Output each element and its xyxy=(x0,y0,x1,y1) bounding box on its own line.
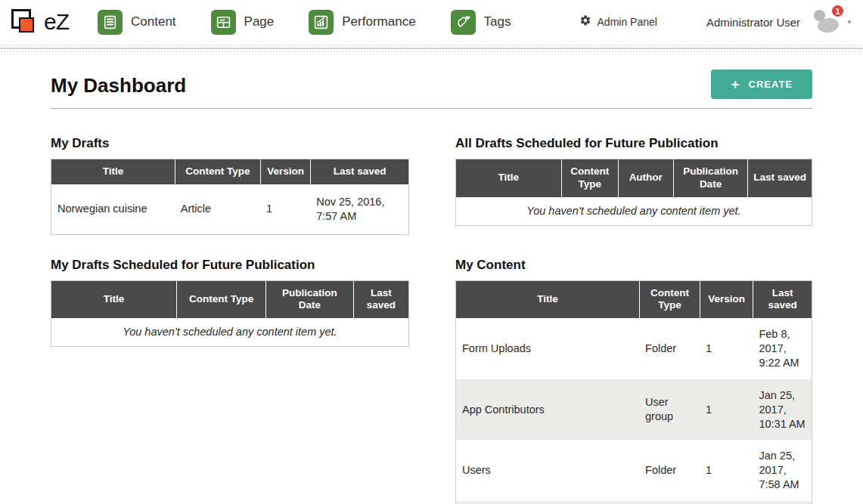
section-title: My Drafts xyxy=(51,136,409,151)
empty-state-row: You haven't scheduled any content item y… xyxy=(51,318,408,346)
table-row[interactable]: Form Uploads Folder 1 Feb 8, 2017, 9:22 … xyxy=(456,318,812,379)
nav-item-label: Content xyxy=(131,14,176,29)
page-header: My Dashboard + CREATE xyxy=(51,70,812,109)
admin-panel-button[interactable]: Admin Panel xyxy=(579,14,657,29)
create-button-label: CREATE xyxy=(749,79,793,90)
nav-item-content[interactable]: Content xyxy=(98,10,176,35)
column-header[interactable]: Content Type xyxy=(175,159,260,184)
cell-title: Form Uploads xyxy=(456,318,639,379)
main-content: My Dashboard + CREATE My Drafts Title Co… xyxy=(0,70,863,504)
ez-logo-text: eZ xyxy=(44,9,69,35)
notification-badge[interactable]: 1 xyxy=(830,4,845,18)
column-header[interactable]: Version xyxy=(700,281,753,319)
table-header-row: Title Content Type Author Publication Da… xyxy=(456,159,812,197)
all-scheduled-table: Title Content Type Author Publication Da… xyxy=(455,159,812,226)
top-nav: eZ Content Page xyxy=(0,0,863,44)
table-header-row: Title Content Type Version Last saved xyxy=(51,159,408,184)
section-my-drafts: My Drafts Title Content Type Version Las… xyxy=(51,136,409,235)
my-content-table: Title Content Type Version Last saved Fo… xyxy=(455,280,812,504)
column-header[interactable]: Title xyxy=(51,281,176,319)
cell-content-type: Article xyxy=(175,184,260,234)
column-header[interactable]: Title xyxy=(456,159,561,197)
table-row[interactable]: App Folder 1 Jan 25, 2017, 7:55 AM xyxy=(456,501,812,504)
cell-last-saved: Nov 25, 2016, 7:57 AM xyxy=(310,184,408,234)
cell-version: 1 xyxy=(700,379,753,441)
section-title: All Drafts Scheduled for Future Publicat… xyxy=(455,136,812,151)
cell-title: App Contributors xyxy=(456,379,639,441)
content-icon xyxy=(98,10,123,35)
cell-title: Users xyxy=(456,440,639,501)
empty-state-message: You haven't scheduled any content item y… xyxy=(51,318,408,346)
table-header-row: Title Content Type Publication Date Last… xyxy=(51,281,408,319)
column-header[interactable]: Title xyxy=(51,159,175,184)
user-avatar[interactable]: 1 xyxy=(812,10,841,34)
page-icon xyxy=(211,10,236,35)
section-my-content: My Content Title Content Type Version La… xyxy=(455,258,812,504)
cell-content-type: Folder xyxy=(639,501,700,504)
section-all-scheduled: All Drafts Scheduled for Future Publicat… xyxy=(455,136,812,226)
cell-last-saved: Feb 8, 2017, 9:22 AM xyxy=(753,318,812,379)
user-name: Administrator User xyxy=(706,16,800,29)
column-header[interactable]: Last saved xyxy=(747,159,812,197)
column-header[interactable]: Content Type xyxy=(561,159,618,197)
chevron-down-icon[interactable]: ▼ xyxy=(846,19,852,26)
ez-logo[interactable]: eZ xyxy=(9,7,69,37)
nav-item-label: Performance xyxy=(342,14,415,29)
cell-version: 1 xyxy=(260,184,310,234)
nav-bottom-divider xyxy=(0,44,863,54)
plus-icon: + xyxy=(731,77,739,91)
admin-panel-label: Admin Panel xyxy=(598,16,657,28)
cell-last-saved: Jan 25, 2017, 7:58 AM xyxy=(753,440,812,501)
create-button[interactable]: + CREATE xyxy=(711,70,812,99)
cell-content-type: Folder xyxy=(639,318,700,379)
my-drafts-table: Title Content Type Version Last saved No… xyxy=(51,159,409,235)
column-header[interactable]: Version xyxy=(260,159,310,184)
column-header[interactable]: Author xyxy=(618,159,673,197)
cell-content-type: User group xyxy=(639,379,700,441)
nav-item-tags[interactable]: Tags xyxy=(451,10,511,35)
cell-version: 1 xyxy=(700,440,753,501)
column-header[interactable]: Publication Date xyxy=(673,159,748,197)
gear-icon xyxy=(579,14,598,29)
section-my-scheduled: My Drafts Scheduled for Future Publicati… xyxy=(51,258,409,348)
column-header[interactable]: Title xyxy=(456,281,639,319)
cell-last-saved: Jan 25, 2017, 10:31 AM xyxy=(753,379,812,441)
column-header[interactable]: Content Type xyxy=(639,281,700,319)
column-header[interactable]: Last saved xyxy=(310,159,408,184)
user-menu[interactable]: Administrator User 1 ▼ xyxy=(706,10,852,34)
cell-version: 1 xyxy=(700,318,753,379)
nav-item-label: Tags xyxy=(484,14,511,29)
column-header[interactable]: Content Type xyxy=(176,281,265,319)
column-header[interactable]: Publication Date xyxy=(265,281,353,319)
nav-item-performance[interactable]: Performance xyxy=(309,10,415,35)
cell-version: 1 xyxy=(700,501,753,504)
column-header[interactable]: Last saved xyxy=(753,281,812,319)
section-title: My Content xyxy=(455,258,812,273)
dashboard-grid: My Drafts Title Content Type Version Las… xyxy=(51,136,812,504)
table-row[interactable]: Norwegian cuisine Article 1 Nov 25, 2016… xyxy=(51,184,408,234)
my-scheduled-table: Title Content Type Publication Date Last… xyxy=(51,280,409,348)
cell-title: App xyxy=(456,501,639,504)
nav-item-page[interactable]: Page xyxy=(211,10,275,35)
nav-item-label: Page xyxy=(244,14,275,29)
performance-icon xyxy=(309,10,334,35)
section-title: My Drafts Scheduled for Future Publicati… xyxy=(51,258,409,273)
column-header[interactable]: Last saved xyxy=(353,281,408,319)
table-row[interactable]: Users Folder 1 Jan 25, 2017, 7:58 AM xyxy=(456,440,812,501)
empty-state-message: You haven't scheduled any content item y… xyxy=(456,197,812,225)
cell-content-type: Folder xyxy=(639,440,700,501)
table-row[interactable]: App Contributors User group 1 Jan 25, 20… xyxy=(456,379,812,441)
cell-title: Norwegian cuisine xyxy=(51,184,175,234)
empty-state-row: You haven't scheduled any content item y… xyxy=(456,197,812,225)
page-title: My Dashboard xyxy=(51,74,186,97)
cell-last-saved: Jan 25, 2017, 7:55 AM xyxy=(753,501,812,504)
ez-logo-mark-icon xyxy=(9,7,41,37)
tags-icon xyxy=(451,10,476,35)
table-header-row: Title Content Type Version Last saved xyxy=(456,281,812,319)
